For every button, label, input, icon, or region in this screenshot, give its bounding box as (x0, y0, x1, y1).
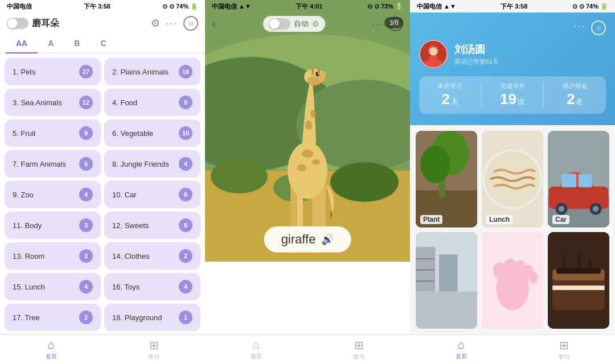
svg-point-6 (330, 162, 399, 202)
nav-study-2[interactable]: ⊞ 学习 (308, 335, 410, 364)
battery-2: ⊙ ⊙ 73% 🔋 (367, 3, 403, 10)
category-item-zoo[interactable]: 9. Zoo 4 (5, 181, 101, 208)
home-label-2: 首页 (251, 353, 262, 361)
auto-label: 自动 (294, 19, 309, 29)
user-row: 刘汤圆 英语已学第61天 (419, 40, 606, 68)
toggle-switch[interactable] (7, 18, 28, 29)
speaker-icon[interactable]: 🔊 (321, 233, 334, 246)
nav-home-2[interactable]: ⌂ 首页 (205, 335, 308, 364)
nav-study-1[interactable]: ⊞ 学习 (102, 335, 205, 364)
user-info: 刘汤圆 英语已学第61天 (454, 43, 499, 66)
category-item-fruit[interactable]: 5. Fruit 9 (5, 119, 101, 147)
panel-flashcard: 中国电信 ▲▼ 下午 4:01 ⊙ ⊙ 73% 🔋 ‹ 自动 ⚙ ··· ⊙ (205, 0, 410, 364)
grid-card-room[interactable] (416, 232, 477, 329)
bottom-nav-1: ⌂ 首页 ⊞ 学习 (0, 334, 205, 364)
user-avatar (419, 40, 448, 68)
category-item-tree[interactable]: 17. Tree 2 (5, 304, 101, 331)
record-icon-3[interactable]: ⊙ (591, 20, 606, 35)
tab-AA[interactable]: AA (6, 34, 38, 53)
category-item-vegetable[interactable]: 6. Vegetable 10 (104, 119, 200, 147)
category-item-plains[interactable]: 2. Plains Animals 18 (104, 58, 200, 85)
grid-card-car[interactable]: Car (548, 131, 609, 228)
category-item-playground[interactable]: 18. Playground 1 (104, 304, 200, 331)
plant-image (416, 131, 477, 228)
grid-card-cake[interactable] (548, 232, 609, 329)
battery-3: ⊙ ⊙ 74% 🔋 (572, 3, 608, 10)
category-item-food[interactable]: 4. Food 9 (104, 89, 200, 116)
category-item-lunch[interactable]: 15. Lunch 4 (5, 273, 101, 300)
tab-A[interactable]: A (38, 34, 64, 53)
panel1-topbar: 磨耳朵 ⚙ ··· ⊙ (0, 13, 205, 34)
category-item-room[interactable]: 13. Room 3 (5, 242, 101, 270)
tab-B[interactable]: B (64, 34, 90, 53)
tab-bar: AA A B C (0, 34, 205, 53)
lunch-image (482, 131, 543, 228)
auto-toggle-switch[interactable] (269, 18, 290, 30)
user-subtitle: 英语已学第61天 (454, 57, 499, 66)
svg-point-45 (593, 206, 598, 212)
study-label-2: 学习 (353, 353, 364, 361)
svg-point-22 (305, 121, 312, 130)
settings-icon[interactable]: ⚙ (151, 17, 160, 30)
category-item-sea[interactable]: 3. Sea Animals 12 (5, 89, 101, 116)
record-icon[interactable]: ⊙ (183, 16, 198, 31)
category-item-farm[interactable]: 7. Farm Animals 5 (5, 150, 101, 177)
nav-study-3[interactable]: ⊞ 学习 (512, 335, 615, 364)
svg-point-21 (312, 159, 320, 165)
car-image (548, 131, 609, 228)
card-grid: Plant Lunch (410, 125, 615, 334)
back-button[interactable]: ‹ (212, 16, 216, 31)
stat-study-days: 本月学习 2天 (419, 82, 482, 108)
auto-toggle[interactable]: 自动 ⚙ (263, 16, 325, 32)
svg-point-19 (302, 150, 313, 158)
svg-point-20 (297, 164, 306, 171)
more-icon[interactable]: ··· (166, 18, 178, 30)
grid-card-lunch[interactable]: Lunch (482, 131, 543, 228)
nav-home-3[interactable]: ⌂ 首页 (410, 335, 512, 364)
cake-image (548, 232, 609, 329)
bottom-nav-3: ⌂ 首页 ⊞ 学习 (410, 334, 615, 364)
svg-point-23 (310, 110, 316, 118)
more-icon-3[interactable]: ··· (573, 20, 585, 35)
category-item-toys[interactable]: 16. Toys 4 (104, 273, 200, 300)
carrier-2: 中国电信 ▲▼ (212, 2, 251, 11)
svg-point-33 (420, 146, 450, 183)
svg-rect-40 (561, 174, 576, 188)
category-item-jungle[interactable]: 8. Jungle Friends 4 (104, 150, 200, 177)
category-item-clothes[interactable]: 14. Clothes 2 (104, 242, 200, 270)
grid-card-plant[interactable]: Plant (416, 131, 477, 228)
background-svg (205, 0, 410, 262)
tab-C[interactable]: C (90, 34, 116, 53)
plant-label: Plant (420, 215, 442, 224)
svg-rect-64 (552, 286, 604, 290)
category-grid: 1. Pets 27 2. Plains Animals 18 3. Sea A… (0, 53, 205, 334)
svg-rect-51 (416, 269, 434, 271)
stat-cards: 完成卡片 19次 (482, 82, 544, 108)
auto-settings-icon[interactable]: ⚙ (312, 19, 319, 28)
time-2: 下午 4:01 (296, 2, 322, 11)
home-icon-1: ⌂ (48, 338, 55, 351)
room-image (416, 232, 477, 329)
stats-row: 本月学习 2天 完成卡片 19次 用户排名 2名 (419, 76, 606, 114)
more-icon-2[interactable]: ··· (372, 18, 384, 30)
profile-header: ··· ⊙ 刘汤圆 英语已学第61 (410, 13, 615, 125)
svg-rect-18 (318, 68, 320, 75)
svg-point-27 (429, 47, 438, 56)
study-icon-2: ⊞ (354, 338, 364, 352)
user-name: 刘汤圆 (454, 43, 499, 56)
grid-card-baby[interactable] (482, 232, 543, 329)
word-display: giraffe 🔊 (264, 226, 351, 253)
status-bar-3: 中国电信 ▲▼ 下午 3:58 ⊙ ⊙ 74% 🔋 (410, 0, 615, 13)
panel2-topbar: ‹ 自动 ⚙ ··· ⊙ (205, 13, 410, 35)
lunch-label: Lunch (486, 215, 512, 224)
home-icon-2: ⌂ (253, 338, 260, 351)
category-item-sweets[interactable]: 12. Sweets 6 (104, 212, 200, 239)
svg-rect-47 (416, 292, 477, 329)
category-item-car[interactable]: 10. Car 6 (104, 181, 200, 208)
stat-rank: 用户排名 2名 (544, 82, 606, 108)
panel-profile: 中国电信 ▲▼ 下午 3:58 ⊙ ⊙ 74% 🔋 ··· ⊙ (410, 0, 615, 364)
nav-home-1[interactable]: ⌂ 首页 (0, 335, 102, 364)
panel-vocabulary-list: 中国电信 下午 3:58 ⊙ ⊙ 74% 🔋 磨耳朵 ⚙ ··· ⊙ AA A … (0, 0, 205, 364)
category-item-body[interactable]: 11. Body 3 (5, 212, 101, 239)
category-item-pets[interactable]: 1. Pets 27 (5, 58, 101, 85)
